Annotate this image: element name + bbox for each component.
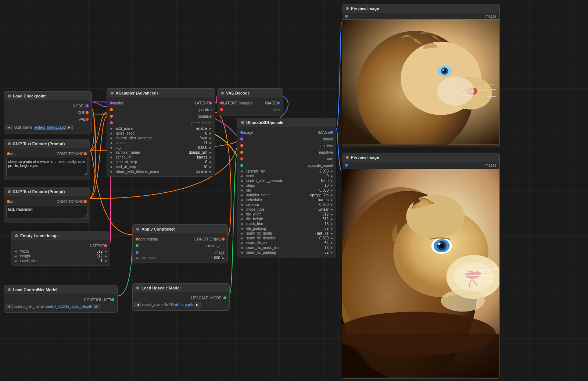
cn-out-dot[interactable] (111, 298, 114, 301)
images-in-dot[interactable] (345, 15, 348, 18)
rn-dec[interactable]: ◄ (108, 170, 114, 174)
model-name-field[interactable]: ◄ model_name 4x-UltraSharp.pth ► (133, 301, 229, 308)
positive-prompt-textarea[interactable]: close up photo of a white lion, best qua… (6, 158, 87, 176)
cn-in-dot[interactable] (136, 244, 139, 247)
ub-inc[interactable]: ► (329, 169, 334, 173)
us-steps-inc[interactable]: ► (329, 184, 334, 188)
steps-inc[interactable]: ► (208, 141, 213, 145)
pos-in-dot[interactable] (110, 108, 113, 111)
model-port-dot[interactable] (86, 104, 89, 107)
tw-dec[interactable]: ◄ (239, 212, 244, 216)
model-in-dot[interactable] (110, 102, 113, 104)
clip-port-dot[interactable] (86, 111, 89, 114)
model-in-dot[interactable] (240, 138, 243, 140)
tp-dec[interactable]: ◄ (239, 227, 244, 231)
cn-right-btn[interactable]: ► (93, 304, 100, 309)
width-dec-btn[interactable]: ◄ (13, 249, 18, 253)
add-noise-inc[interactable]: ► (208, 127, 213, 131)
mn-left-btn[interactable]: ◄ (134, 302, 141, 307)
us-sn-inc[interactable]: ► (329, 193, 334, 197)
img-in-dot[interactable] (136, 251, 139, 254)
cn-left-btn[interactable]: ◄ (6, 304, 13, 309)
mb-dec[interactable]: ◄ (239, 222, 244, 226)
sfw-inc[interactable]: ► (329, 241, 334, 245)
tw-inc[interactable]: ► (329, 212, 334, 216)
th-dec[interactable]: ◄ (239, 217, 244, 221)
den-inc[interactable]: ► (329, 203, 334, 207)
sfw-dec[interactable]: ◄ (239, 241, 244, 245)
mn-right-btn[interactable]: ► (194, 302, 201, 307)
sfp-dec[interactable]: ◄ (239, 250, 244, 254)
rn-inc[interactable]: ► (208, 170, 213, 174)
img-in-dot[interactable] (240, 131, 243, 134)
batch-dec-btn[interactable]: ◄ (13, 259, 18, 263)
es-dec[interactable]: ◄ (108, 165, 114, 169)
sn-inc[interactable]: ► (208, 150, 213, 154)
sfm-inc[interactable]: ► (329, 231, 334, 235)
us-sch-inc[interactable]: ► (329, 198, 334, 202)
ub-dec[interactable]: ◄ (239, 169, 244, 173)
sch-inc[interactable]: ► (208, 155, 213, 159)
ckpt-left-btn[interactable]: ◄ (6, 125, 13, 130)
images-in-dot-bottom[interactable] (345, 164, 348, 167)
sfp-inc[interactable]: ► (329, 250, 334, 254)
seed-inc[interactable]: ► (329, 174, 334, 178)
clip-in-dot[interactable] (7, 200, 10, 203)
latent-out-dot[interactable] (104, 244, 107, 247)
latent-out-dot[interactable] (209, 102, 212, 104)
sfd-inc[interactable]: ► (329, 236, 334, 240)
us-sch-dec[interactable]: ◄ (239, 198, 244, 202)
str-dec[interactable]: ◄ (134, 256, 139, 260)
clip-in-dot[interactable] (7, 152, 10, 155)
cond-out-dot[interactable] (84, 152, 87, 155)
um-out-dot[interactable] (223, 296, 226, 299)
str-inc[interactable]: ► (221, 256, 226, 260)
latent-in-dot[interactable] (110, 121, 113, 124)
vae-in-dot[interactable] (240, 157, 243, 160)
den-dec[interactable]: ◄ (239, 203, 244, 207)
seed-dec[interactable]: ◄ (239, 174, 244, 178)
us-cfg-dec[interactable]: ◄ (239, 188, 244, 192)
steps-dec[interactable]: ◄ (108, 141, 114, 145)
neg-in-dot[interactable] (110, 115, 113, 118)
sfd-dec[interactable]: ◄ (239, 236, 244, 240)
seed-dec[interactable]: ◄ (108, 131, 114, 135)
ckpt-name-field[interactable]: ◄ ckpt_name perfect_hands.ckpt ► (4, 124, 92, 131)
width-inc-btn[interactable]: ► (103, 249, 108, 253)
vae-in-dot[interactable] (220, 108, 223, 111)
tp-inc[interactable]: ► (329, 227, 334, 231)
um-in-dot[interactable] (240, 164, 243, 167)
cag-inc[interactable]: ► (208, 136, 213, 140)
mb-inc[interactable]: ► (329, 222, 334, 226)
cfg-inc[interactable]: ► (208, 146, 213, 150)
height-inc-btn[interactable]: ► (103, 254, 108, 258)
image-out-dot[interactable] (277, 102, 280, 104)
sfmb-inc[interactable]: ► (329, 246, 334, 250)
samples-in-dot[interactable] (220, 102, 223, 104)
vae-port-dot[interactable] (86, 118, 89, 121)
us-steps-dec[interactable]: ◄ (239, 184, 244, 188)
img-out-dot[interactable] (330, 131, 333, 134)
cag-dec[interactable]: ◄ (239, 179, 244, 183)
seed-inc[interactable]: ► (208, 131, 213, 135)
negative-prompt-textarea[interactable]: text, watermark (6, 206, 87, 218)
mt-dec[interactable]: ◄ (239, 207, 244, 211)
th-inc[interactable]: ► (329, 217, 334, 221)
controlnet-name-field[interactable]: ◄ control_net_name control_v11f1e_sd15_t… (4, 303, 117, 310)
sch-dec[interactable]: ◄ (108, 155, 114, 159)
cond-in-dot[interactable] (136, 238, 139, 241)
ss-dec[interactable]: ◄ (108, 160, 114, 164)
cond-out-dot[interactable] (222, 238, 225, 241)
ss-inc[interactable]: ► (208, 160, 213, 164)
es-inc[interactable]: ► (208, 165, 213, 169)
us-sn-dec[interactable]: ◄ (239, 193, 244, 197)
add-noise-dec[interactable]: ◄ (108, 127, 114, 131)
mt-inc[interactable]: ► (329, 207, 334, 211)
sn-dec[interactable]: ◄ (108, 150, 114, 154)
us-cfg-inc[interactable]: ► (329, 188, 334, 192)
pos-in-dot[interactable] (240, 144, 243, 147)
cfg-dec[interactable]: ◄ (108, 146, 114, 150)
cond-out-dot[interactable] (84, 200, 87, 203)
sfmb-dec[interactable]: ◄ (239, 246, 244, 250)
neg-in-dot[interactable] (240, 151, 243, 154)
